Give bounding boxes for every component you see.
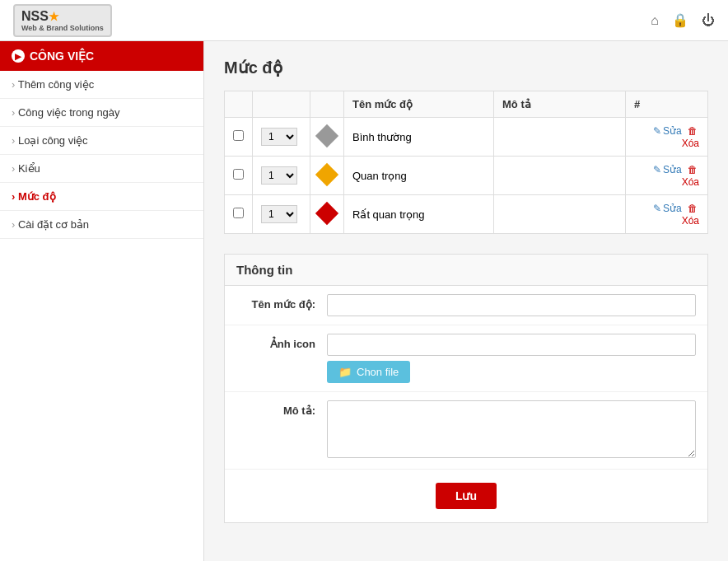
- folder-icon: 📁: [338, 366, 352, 378]
- checkbox-2[interactable]: [233, 169, 244, 180]
- trash-icon-3: 🗑: [688, 203, 698, 214]
- row-name-1: Bình thường: [344, 118, 494, 157]
- trash-icon-2: 🗑: [688, 164, 698, 175]
- form-field-desc: [327, 400, 696, 460]
- col-header-checkbox: [225, 91, 253, 118]
- home-icon[interactable]: ⌂: [651, 13, 659, 28]
- edit-icon-2: ✎: [653, 164, 661, 175]
- row-icon-2: [310, 157, 344, 195]
- form-field-icon: 📁 Chon file: [327, 334, 696, 383]
- row-checkbox-1: [225, 118, 253, 157]
- row-desc-2: [494, 157, 626, 195]
- col-header-icon: [310, 91, 344, 118]
- row-actions-1: ✎Sửa 🗑Xóa: [626, 118, 708, 157]
- priority-normal-icon: [315, 124, 338, 147]
- header: NSS★ Web & Brand Solutions ⌂ 🔒 ⏻: [0, 0, 728, 41]
- order-select-1: 123: [261, 128, 301, 146]
- trash-icon-1: 🗑: [688, 125, 698, 137]
- desc-textarea[interactable]: [327, 400, 696, 458]
- logo-main-text: NSS: [21, 9, 49, 23]
- main-content: Mức độ Tên mức độ Mô tả #: [204, 41, 728, 561]
- choose-file-button[interactable]: 📁 Chon file: [327, 361, 410, 383]
- save-row: Lưu: [225, 470, 707, 522]
- table-row: 123 Quan trọng ✎Sửa 🗑Xóa: [225, 157, 708, 195]
- logo-subtitle: Web & Brand Solutions: [21, 24, 104, 32]
- lock-icon[interactable]: 🔒: [672, 12, 688, 28]
- sidebar-title-icon: ▶: [12, 49, 25, 63]
- order-dropdown-1[interactable]: 123: [261, 128, 297, 146]
- sidebar-item-muc-do[interactable]: Mức độ: [0, 183, 203, 211]
- row-actions-3: ✎Sửa 🗑Xóa: [626, 195, 708, 234]
- name-input[interactable]: [327, 294, 696, 316]
- row-desc-3: [494, 195, 626, 234]
- form-section: Thông tin Tên mức độ: Ảnh icon 📁 Chon fi…: [224, 254, 708, 523]
- row-name-2: Quan trọng: [344, 157, 494, 195]
- form-label-icon: Ảnh icon: [236, 334, 327, 350]
- header-icons: ⌂ 🔒 ⏻: [651, 12, 715, 28]
- table-row: 123 Rất quan trọng ✎Sửa 🗑X: [225, 195, 708, 234]
- table-row: 123 Bình thường ✎Sửa 🗑Xóa: [225, 118, 708, 157]
- form-section-title: Thông tin: [225, 255, 707, 286]
- sidebar-item-them-cong-viec[interactable]: Thêm công việc: [0, 71, 203, 99]
- row-icon-3: [310, 195, 344, 234]
- page-title: Mức độ: [224, 58, 708, 77]
- order-dropdown-3[interactable]: 123: [261, 205, 297, 223]
- priority-important-icon: [315, 162, 338, 185]
- row-order-1: 123: [253, 118, 310, 157]
- edit-icon-3: ✎: [653, 203, 661, 214]
- logo-star-icon: ★: [49, 10, 59, 23]
- edit-link-2[interactable]: ✎Sửa: [653, 164, 684, 175]
- col-header-desc: Mô tả: [494, 91, 626, 118]
- sidebar-title-text: CÔNG VIỆC: [30, 49, 94, 63]
- edit-icon-1: ✎: [653, 125, 661, 137]
- sidebar: ▶ CÔNG VIỆC Thêm công việc Công việc tro…: [0, 41, 204, 561]
- sidebar-item-kieu[interactable]: Kiểu: [0, 155, 203, 183]
- order-select-3: 123: [261, 205, 301, 223]
- col-header-name: Tên mức độ: [344, 91, 494, 118]
- col-header-order: [253, 91, 310, 118]
- edit-link-3[interactable]: ✎Sửa: [653, 203, 684, 214]
- form-label-name: Tên mức độ:: [236, 294, 327, 311]
- checkbox-1[interactable]: [233, 130, 244, 141]
- form-row-desc: Mô tả:: [225, 392, 707, 470]
- icon-input[interactable]: [327, 334, 696, 356]
- row-name-3: Rất quan trọng: [344, 195, 494, 234]
- edit-link-1[interactable]: ✎Sửa: [653, 125, 684, 137]
- form-row-name: Tên mức độ:: [225, 286, 707, 325]
- order-select-2: 123: [261, 166, 301, 185]
- row-icon-1: [310, 118, 344, 157]
- sidebar-title: ▶ CÔNG VIỆC: [0, 41, 203, 71]
- logo-box: NSS★ Web & Brand Solutions: [13, 4, 112, 37]
- col-header-actions: #: [626, 91, 708, 118]
- sidebar-item-cong-viec-trong-ngay[interactable]: Công việc trong ngày: [0, 99, 203, 127]
- order-dropdown-2[interactable]: 123: [261, 166, 297, 185]
- layout: ▶ CÔNG VIỆC Thêm công việc Công việc tro…: [0, 41, 728, 561]
- checkbox-3[interactable]: [233, 208, 244, 218]
- row-desc-1: [494, 118, 626, 157]
- row-order-3: 123: [253, 195, 310, 234]
- priority-table: Tên mức độ Mô tả # 123: [224, 91, 708, 234]
- row-order-2: 123: [253, 157, 310, 195]
- choose-file-label: Chon file: [357, 366, 399, 378]
- form-field-name: [327, 294, 696, 316]
- sidebar-item-cai-dat-co-ban[interactable]: Cài đặt cơ bản: [0, 211, 203, 239]
- sidebar-item-loai-cong-viec[interactable]: Loại công việc: [0, 127, 203, 155]
- power-icon[interactable]: ⏻: [702, 13, 715, 28]
- save-button[interactable]: Lưu: [436, 483, 497, 509]
- priority-very-important-icon: [315, 201, 338, 224]
- row-actions-2: ✎Sửa 🗑Xóa: [626, 157, 708, 195]
- form-row-icon: Ảnh icon 📁 Chon file: [225, 325, 707, 392]
- logo: NSS★ Web & Brand Solutions: [13, 4, 112, 37]
- row-checkbox-3: [225, 195, 253, 234]
- row-checkbox-2: [225, 157, 253, 195]
- form-label-desc: Mô tả:: [236, 400, 327, 417]
